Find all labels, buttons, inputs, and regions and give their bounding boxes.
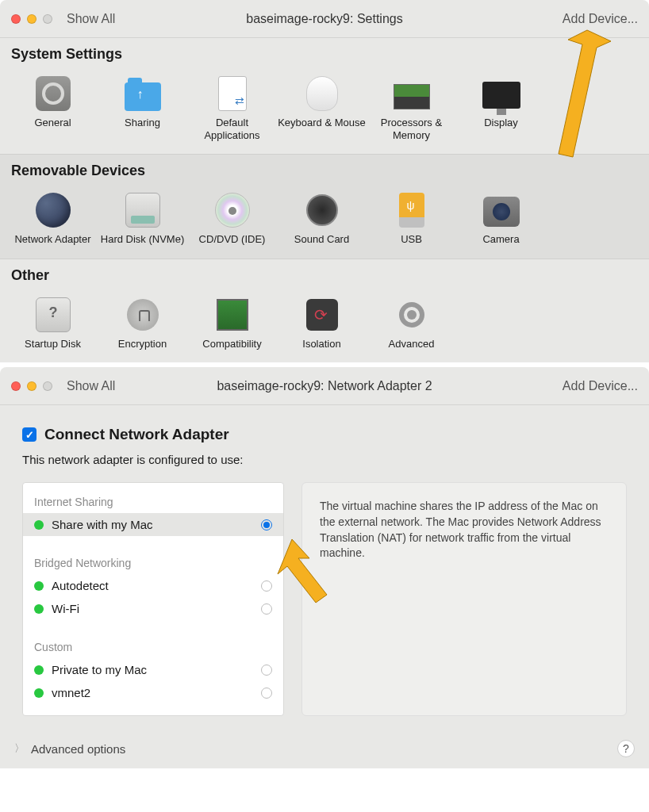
sound-card-item[interactable]: Sound Card [277, 187, 367, 249]
globe-icon [36, 193, 71, 228]
isolation-item[interactable]: Isolation [277, 292, 367, 354]
add-device-button[interactable]: Add Device... [563, 12, 638, 26]
close-icon[interactable] [11, 14, 21, 24]
section-header: System Settings [0, 38, 649, 66]
traffic-lights [11, 381, 52, 391]
keyboard-mouse-item[interactable]: Keyboard & Mouse [277, 71, 367, 144]
group-label: Bridged Networking [23, 549, 283, 574]
icon-grid: Network Adapter Hard Disk (NVMe) CD/DVD … [0, 182, 649, 259]
display-item[interactable]: Display [456, 71, 546, 144]
config-description: This network adapter is configured to us… [0, 450, 649, 469]
cd-dvd-item[interactable]: CD/DVD (IDE) [187, 187, 277, 249]
startup-disk-item[interactable]: Startup Disk [8, 292, 98, 354]
status-dot-icon [34, 520, 44, 530]
advanced-item[interactable]: Advanced [367, 292, 456, 354]
usb-icon [399, 193, 424, 228]
iso-icon [306, 299, 338, 331]
removable-devices-section: Removable Devices Network Adapter Hard D… [0, 155, 649, 259]
doc-icon [218, 76, 247, 111]
group-label: Custom [23, 633, 283, 658]
show-all-button[interactable]: Show All [67, 12, 115, 26]
status-dot-icon [34, 581, 44, 591]
advanced-options-toggle[interactable]: Advanced options [31, 742, 125, 756]
section-header: Removable Devices [0, 155, 649, 182]
mouse-icon [306, 76, 338, 111]
minimize-icon[interactable] [27, 381, 36, 391]
traffic-lights [11, 14, 52, 24]
check-icon: ✓ [25, 429, 34, 441]
connect-adapter-row: ✓ Connect Network Adapter [0, 405, 649, 450]
display-icon [482, 82, 520, 109]
connect-adapter-label: Connect Network Adapter [44, 426, 229, 443]
default-apps-item[interactable]: Default Applications [187, 71, 277, 144]
cd-icon [215, 193, 250, 228]
hard-disk-item[interactable]: Hard Disk (NVMe) [98, 187, 187, 249]
option-vmnet2[interactable]: vmnet2 [23, 681, 283, 704]
status-dot-icon [34, 688, 44, 698]
camera-item[interactable]: Camera [456, 187, 546, 249]
titlebar: Show All baseimage-rocky9: Network Adapt… [0, 367, 649, 405]
network-adapter-window: Show All baseimage-rocky9: Network Adapt… [0, 367, 649, 768]
add-device-button[interactable]: Add Device... [563, 379, 638, 393]
footer: 〉 Advanced options ? [0, 733, 649, 768]
chevron-right-icon[interactable]: 〉 [14, 741, 25, 756]
zoom-icon [43, 381, 52, 391]
titlebar: Show All baseimage-rocky9: Settings Add … [0, 0, 649, 38]
sharing-item[interactable]: Sharing [98, 71, 187, 144]
lock-icon [127, 299, 159, 331]
settings-window: Show All baseimage-rocky9: Settings Add … [0, 0, 649, 362]
option-wifi[interactable]: Wi-Fi [23, 597, 283, 620]
option-share-with-mac[interactable]: Share with my Mac [23, 513, 283, 536]
status-dot-icon [34, 604, 44, 614]
zoom-icon [43, 14, 52, 24]
option-autodetect[interactable]: Autodetect [23, 574, 283, 597]
encryption-item[interactable]: Encryption [98, 292, 187, 354]
folder-icon [125, 82, 161, 111]
minimize-icon[interactable] [27, 14, 36, 24]
general-item[interactable]: General [8, 71, 98, 144]
chip-icon [217, 299, 248, 331]
show-all-button[interactable]: Show All [67, 379, 115, 393]
section-header: Other [0, 259, 649, 287]
window-title: baseimage-rocky9: Network Adapter 2 [217, 379, 432, 393]
usb-item[interactable]: USB [367, 187, 456, 249]
group-label: Internet Sharing [23, 488, 283, 513]
network-options-list: Internet Sharing Share with my Mac Bridg… [22, 482, 284, 716]
radio-unselected[interactable] [261, 688, 272, 699]
system-settings-section: System Settings General Sharing Default … [0, 38, 649, 154]
camera-icon [483, 197, 520, 227]
icon-grid: Startup Disk Encryption Compatibility Is… [0, 287, 649, 363]
close-icon[interactable] [11, 381, 21, 391]
option-private-to-mac[interactable]: Private to my Mac [23, 658, 283, 681]
help-button[interactable]: ? [617, 740, 635, 757]
radio-unselected[interactable] [261, 603, 272, 615]
ram-icon [394, 84, 430, 109]
status-dot-icon [34, 665, 44, 675]
content-row: Internet Sharing Share with my Mac Bridg… [0, 469, 649, 733]
connect-adapter-checkbox[interactable]: ✓ [22, 427, 36, 442]
radio-unselected[interactable] [261, 665, 272, 676]
disk-icon [125, 193, 160, 228]
gear-icon [36, 76, 71, 111]
processors-memory-item[interactable]: Processors & Memory [367, 71, 456, 144]
other-section: Other Startup Disk Encryption Compatibil… [0, 259, 649, 363]
compatibility-item[interactable]: Compatibility [187, 292, 277, 354]
radio-selected[interactable] [261, 519, 272, 530]
adv-gear-icon [396, 299, 428, 331]
radio-unselected[interactable] [261, 580, 272, 592]
info-panel: The virtual machine shares the IP addres… [301, 482, 627, 716]
icon-grid: General Sharing Default Applications Key… [0, 66, 649, 154]
speaker-icon [306, 194, 338, 226]
network-adapter-item[interactable]: Network Adapter [8, 187, 98, 249]
startup-icon [36, 297, 71, 332]
window-title: baseimage-rocky9: Settings [246, 12, 402, 26]
